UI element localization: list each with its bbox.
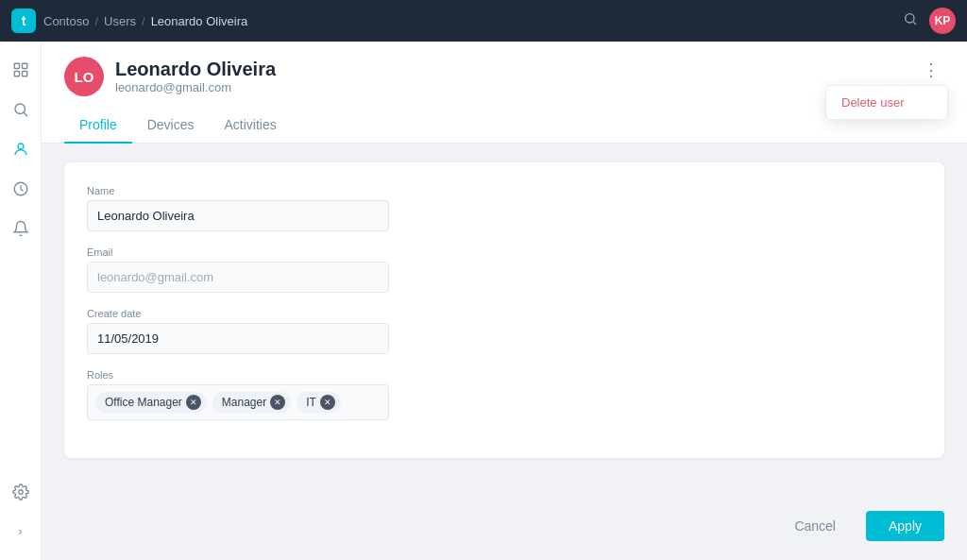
breadcrumb-root[interactable]: Contoso [43,14,89,28]
breadcrumb-section[interactable]: Users [104,14,136,28]
user-header: LO Leonardo Oliveira leonardo@gmail.com … [42,42,967,144]
role-manager-remove[interactable]: ✕ [270,395,285,410]
user-avatar: LO [64,57,104,96]
more-options-btn[interactable]: ⋮ [918,57,944,83]
role-it-remove[interactable]: ✕ [320,395,335,410]
svg-rect-2 [14,63,19,68]
svg-point-0 [906,14,914,23]
email-field: Email [87,246,922,293]
tab-devices[interactable]: Devices [132,108,210,144]
svg-rect-4 [14,72,19,76]
svg-point-8 [18,144,24,149]
roles-field: Roles Office Manager ✕ Manager ✕ [87,369,922,420]
create-date-field: Create date [87,308,922,354]
content-wrapper: Name Email Create date Rol [42,144,967,560]
create-date-label: Create date [87,308,922,319]
tab-activities[interactable]: Activities [209,108,291,144]
email-input[interactable] [87,262,389,293]
role-badge-manager: Manager ✕ [212,392,291,413]
name-input[interactable] [87,200,389,231]
roles-label: Roles [87,369,922,381]
footer-actions: Cancel Apply [42,511,967,560]
breadcrumb: Contoso / Users / Leonardo Oliveira [43,14,247,28]
role-badge-it: IT ✕ [297,392,341,413]
name-field: Name [87,185,922,231]
tab-profile[interactable]: Profile [64,108,132,144]
sidebar-item-users[interactable] [4,132,38,166]
nav-right: KP [903,8,956,34]
user-name: Leonardo Oliveira [115,59,276,80]
main-content: LO Leonardo Oliveira leonardo@gmail.com … [42,42,967,560]
cancel-button[interactable]: Cancel [775,511,855,541]
dropdown-menu: Delete user [825,85,948,120]
user-avatar-btn[interactable]: KP [929,8,956,34]
sidebar-item-settings[interactable] [4,475,38,509]
svg-line-1 [913,22,916,25]
email-label: Email [87,246,922,258]
sidebar-item-notifications[interactable] [4,212,38,246]
nav-left: t Contoso / Users / Leonardo Oliveira [11,8,247,33]
breadcrumb-sep1: / [94,14,98,28]
name-label: Name [87,185,922,196]
profile-form-card: Name Email Create date Rol [64,162,944,458]
breadcrumb-sep2: / [142,14,145,28]
svg-rect-5 [22,72,26,76]
breadcrumb-current: Leonardo Oliveira [151,14,248,28]
create-date-input [87,323,389,354]
search-icon[interactable] [903,11,918,30]
sidebar-item-clock[interactable] [4,172,38,206]
role-it-label: IT [306,396,316,409]
sidebar-item-search[interactable] [4,93,38,127]
svg-line-7 [24,112,26,115]
role-office-manager-remove[interactable]: ✕ [186,395,201,410]
top-navigation: t Contoso / Users / Leonardo Oliveira KP [0,0,967,42]
sidebar-bottom: › [4,475,38,549]
delete-user-btn[interactable]: Delete user [826,86,947,119]
role-manager-label: Manager [222,396,266,409]
content-area: Name Email Create date Rol [42,144,967,492]
svg-point-10 [18,490,23,495]
apply-button[interactable]: Apply [866,511,944,541]
svg-rect-3 [22,63,26,68]
main-layout: › LO Leonardo Oliveira leonardo@gmail.co… [0,42,967,560]
svg-point-6 [15,104,25,114]
roles-container: Office Manager ✕ Manager ✕ IT ✕ [87,384,389,420]
tabs: Profile Devices Activities [64,108,944,143]
user-info-row: LO Leonardo Oliveira leonardo@gmail.com [64,57,944,96]
user-name-block: Leonardo Oliveira leonardo@gmail.com [115,59,276,94]
role-badge-office-manager: Office Manager ✕ [95,392,207,413]
sidebar-expand-btn[interactable]: › [4,515,38,549]
app-logo[interactable]: t [11,8,36,33]
user-email: leonardo@gmail.com [115,80,276,94]
sidebar: › [0,42,42,560]
sidebar-item-dashboard[interactable] [4,53,38,87]
role-office-manager-label: Office Manager [105,396,182,409]
